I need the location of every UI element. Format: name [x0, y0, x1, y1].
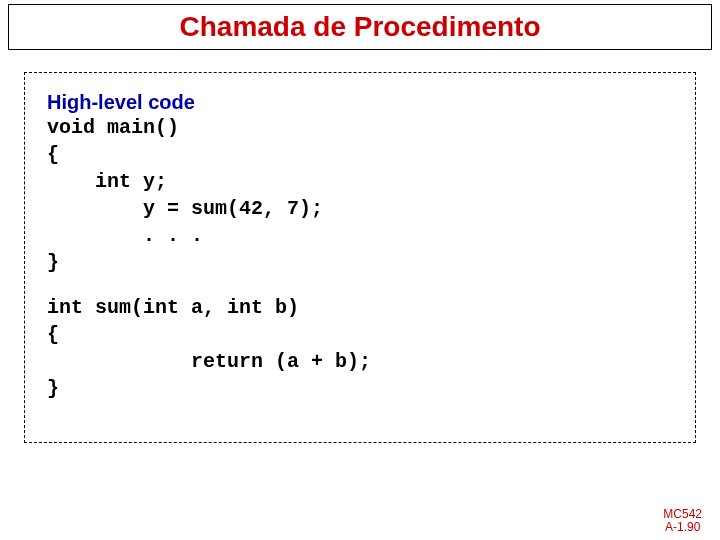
content-box: High-level code void main() { int y; y =… — [24, 72, 696, 443]
code-main: void main() { int y; y = sum(42, 7); . .… — [47, 114, 673, 276]
section-label: High-level code — [47, 91, 673, 114]
title-box: Chamada de Procedimento — [8, 4, 712, 50]
footer-page: A-1.90 — [663, 521, 702, 534]
footer: MC542 A-1.90 — [663, 508, 702, 534]
slide-title: Chamada de Procedimento — [180, 11, 541, 42]
footer-course: MC542 — [663, 508, 702, 521]
spacer — [47, 276, 673, 294]
code-sum: int sum(int a, int b) { return (a + b); … — [47, 294, 673, 402]
